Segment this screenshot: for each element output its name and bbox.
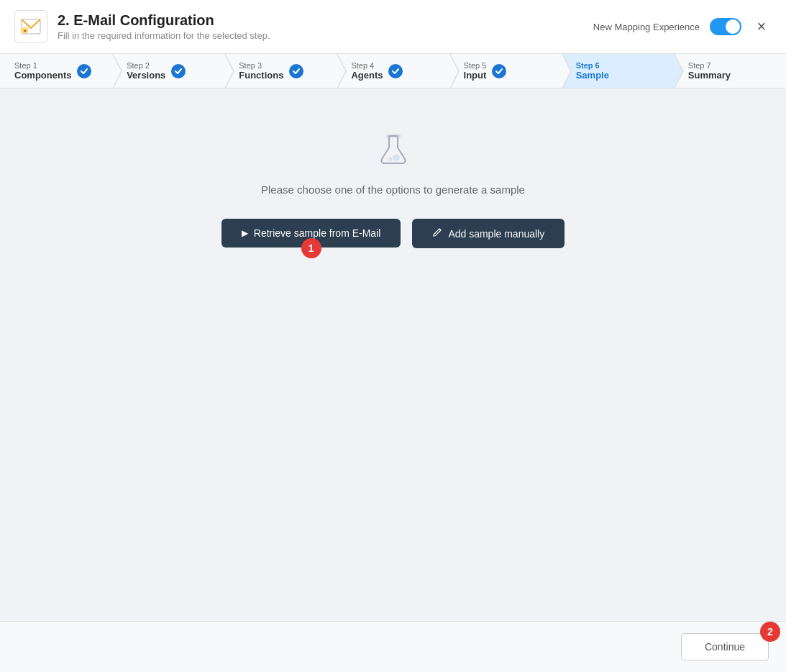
step-6-name: Sample	[576, 70, 609, 81]
app-icon: ★	[14, 10, 47, 43]
step-7[interactable]: Step 7 Summary	[674, 54, 786, 88]
step-4-check	[388, 64, 403, 78]
modal-container: ★ 2. E-Mail Configuration Fill in the re…	[0, 0, 786, 672]
step-4-number: Step 4	[351, 61, 383, 70]
continue-button-wrapper: Continue 2	[681, 633, 769, 660]
badge-1: 1	[301, 238, 321, 258]
add-manual-button-label: Add sample manually	[448, 228, 544, 240]
modal-header: ★ 2. E-Mail Configuration Fill in the re…	[0, 0, 786, 54]
step-3[interactable]: Step 3 Functions	[224, 54, 337, 88]
modal-footer: Continue 2	[0, 621, 786, 672]
header-text: 2. E-Mail Configuration Fill in the requ…	[58, 12, 593, 41]
action-buttons: ▶ Retrieve sample from E-Mail 1 Add samp…	[221, 219, 565, 248]
step-7-number: Step 7	[688, 61, 731, 70]
step-2-number: Step 2	[127, 61, 165, 70]
modal-title: 2. E-Mail Configuration	[58, 12, 593, 29]
step-2[interactable]: Step 2 Versions	[112, 54, 224, 88]
svg-point-5	[388, 158, 392, 161]
step-6[interactable]: Step 6 Sample	[562, 54, 674, 88]
svg-point-4	[393, 155, 400, 160]
flask-icon	[375, 132, 412, 172]
badge-2: 2	[760, 622, 780, 642]
step-1-name: Components	[14, 70, 71, 81]
email-icon: ★	[21, 17, 41, 37]
step-1-number: Step 1	[14, 61, 71, 70]
step-3-check	[289, 64, 303, 78]
step-7-name: Summary	[688, 70, 731, 81]
step-2-check	[171, 64, 186, 78]
modal-subtitle: Fill in the required information for the…	[58, 30, 593, 41]
retrieve-button-wrapper: ▶ Retrieve sample from E-Mail 1	[221, 219, 401, 248]
retrieve-button-label: Retrieve sample from E-Mail	[254, 227, 381, 239]
header-actions: New Mapping Experience ×	[593, 17, 772, 37]
sample-description: Please choose one of the options to gene…	[261, 183, 525, 196]
step-1-check	[77, 64, 91, 78]
main-content: Please choose one of the options to gene…	[0, 88, 786, 621]
step-3-name: Functions	[239, 70, 283, 81]
continue-button[interactable]: Continue	[681, 633, 769, 660]
edit-icon	[432, 227, 442, 240]
step-5-check	[492, 64, 506, 78]
new-mapping-label: New Mapping Experience	[593, 22, 700, 32]
new-mapping-toggle[interactable]	[710, 18, 741, 35]
steps-bar: Step 1 Components Step 2 Versions Step 3…	[0, 54, 786, 88]
step-6-number: Step 6	[576, 61, 609, 70]
step-5[interactable]: Step 5 Input	[449, 54, 562, 88]
step-4[interactable]: Step 4 Agents	[337, 54, 449, 88]
close-button[interactable]: ×	[751, 17, 772, 37]
add-sample-manually-button[interactable]: Add sample manually	[412, 219, 565, 248]
step-4-name: Agents	[351, 70, 383, 81]
play-icon: ▶	[242, 228, 248, 238]
step-2-name: Versions	[127, 70, 165, 81]
step-3-number: Step 3	[239, 61, 283, 70]
step-1[interactable]: Step 1 Components	[0, 54, 112, 88]
svg-rect-6	[386, 135, 401, 137]
step-5-name: Input	[464, 70, 487, 81]
step-5-number: Step 5	[464, 61, 487, 70]
